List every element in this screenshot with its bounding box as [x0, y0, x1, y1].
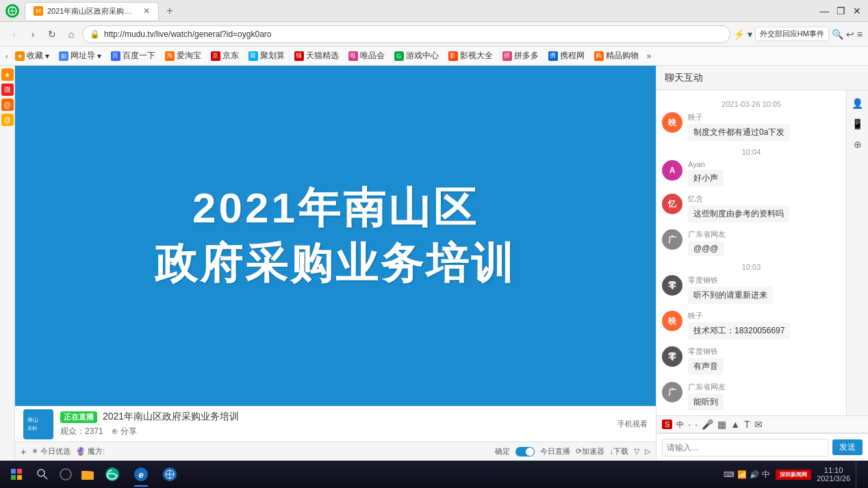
bookmarks-bar: ‹ ★ 收藏 ▾ ⊞ 网址导 ▾ 百 百度一下 淘 爱淘宝 京 京东 [0, 47, 868, 66]
bookmark-ctrip[interactable]: 携 携程网 [544, 49, 589, 63]
file-manager-button[interactable] [77, 464, 99, 485]
toolbar-text[interactable]: T [744, 419, 750, 430]
chat-send-button[interactable]: 发送 [832, 439, 863, 455]
live-today-label: 今日直播 [540, 446, 570, 457]
sidebar-mail2-icon[interactable]: @ [1, 114, 14, 126]
title-bar: M 2021年南山区政府采购业务… ✕ + — ❐ ✕ [0, 0, 868, 22]
toolbar-grid[interactable]: ▦ [717, 419, 726, 430]
bookmark-pinduoduo[interactable]: 拼 拼多多 [498, 49, 543, 63]
username-2: Ayan [688, 160, 841, 168]
tab-close-button[interactable]: ✕ [143, 6, 150, 16]
bookmark-jd[interactable]: 京 京东 [207, 49, 243, 63]
sidebar-favorites-icon[interactable]: ★ [1, 68, 14, 81]
bookmark-game-icon: G [394, 51, 404, 61]
close-button[interactable]: ✕ [852, 5, 863, 16]
today-label: ☀ 今日优选 [31, 446, 71, 457]
share-button[interactable]: ⊕ 分享 [112, 426, 137, 437]
chat-messages[interactable]: 2021-03-26 10:05 映 映子 制度文件都有通过0a下发 10:04… [656, 90, 846, 415]
new-tab-button[interactable]: + [162, 3, 178, 19]
bookmark-juhuasuan[interactable]: 聚 聚划算 [244, 49, 289, 63]
bookmark-collections[interactable]: ★ 收藏 ▾ [11, 49, 53, 63]
home-button[interactable]: ⌂ [63, 26, 79, 42]
bookmark-navguide[interactable]: ⊞ 网址导 ▾ [55, 49, 105, 63]
minimize-button[interactable]: — [819, 5, 830, 16]
bookmark-vip[interactable]: 唯 唯品会 [344, 49, 389, 63]
svg-point-4 [38, 470, 44, 476]
toolbar-mic[interactable]: 🎤 [702, 419, 713, 430]
chat-text-3: 这些制度由参考的资料吗 [688, 205, 789, 222]
menu-icon[interactable]: ≡ [857, 29, 863, 40]
active-tab[interactable]: M 2021年南山区政府采购业务… ✕ [25, 2, 159, 20]
bubble-8: 广东省网友 能听到 [688, 382, 841, 411]
chat-text-4: @@@ [688, 241, 724, 256]
event-badge[interactable]: 外交部回应HM事件 [755, 27, 829, 41]
toolbar-mail[interactable]: ✉ [754, 419, 763, 430]
bookmark-tmall[interactable]: 猫 天猫精选 [290, 49, 343, 63]
system-tray: ⌨ 📶 🔊 中 [724, 469, 770, 480]
browser-logo [5, 4, 19, 18]
play-button[interactable]: ▷ [645, 447, 650, 456]
chat-header: 聊天互动 [656, 66, 868, 90]
shenzhen-news-badge[interactable]: 深圳新闻网 [776, 470, 811, 480]
bookmark-collections-arrow: ▾ [45, 51, 49, 61]
taskbar-search-button[interactable] [30, 464, 55, 485]
more-actions[interactable]: ▽ [634, 447, 639, 456]
search-icon[interactable]: 🔍 [832, 29, 843, 40]
forward-button[interactable]: › [25, 26, 41, 42]
chat-input[interactable] [662, 439, 828, 457]
chat-user-icon[interactable]: 👤 [850, 96, 865, 111]
bookmarks-arrow[interactable]: ‹ [5, 52, 8, 60]
bookmark-taobao-label: 爱淘宝 [177, 50, 201, 62]
tab-bar: M 2021年南山区政府采购业务… ✕ + [25, 0, 819, 21]
nav-right: ⚡ ▾ 外交部回应HM事件 🔍 ↩ ≡ [733, 27, 863, 41]
bookmark-movie[interactable]: 影 影视大全 [444, 49, 497, 63]
refresh-button[interactable]: ↻ [44, 26, 60, 42]
browser-chrome: M 2021年南山区政府采购业务… ✕ + — ❐ ✕ ‹ › ↻ ⌂ 🔒 ht… [0, 0, 868, 66]
undo-icon[interactable]: ↩ [846, 29, 854, 40]
magic-label: 🔮 魔方: [76, 446, 105, 457]
confirm-toggle[interactable] [515, 447, 535, 457]
bookmark-game[interactable]: G 游戏中心 [390, 49, 443, 63]
download-button[interactable]: ↓下载 [610, 446, 629, 457]
chat-text-7: 有声音 [688, 358, 724, 375]
username-5: 零度钢铁 [688, 275, 841, 285]
window-controls: — ❐ ✕ [819, 5, 863, 16]
bookmark-vip-label: 唯品会 [360, 50, 385, 62]
address-bar[interactable]: 🔒 http://mudu.tv/live/watch/general?id=o… [82, 25, 730, 43]
bookmark-pdd-icon: 拼 [502, 51, 512, 61]
chat-phone-icon[interactable]: 📱 [850, 116, 865, 131]
nav-dropdown[interactable]: ▾ [748, 29, 752, 40]
username-3: 忆含 [688, 194, 841, 204]
taskbar-ie2-app[interactable] [156, 461, 183, 488]
video-info-bar: 南山 采购 正在直播 2021年南山区政府采购业务培训 观众：2371 ⊕ [15, 406, 656, 441]
tray-ime[interactable]: 中 [762, 469, 770, 480]
toolbar-up[interactable]: ▲ [730, 419, 740, 430]
tray-network[interactable]: 📶 [737, 470, 747, 479]
video-player[interactable]: 2021年南山区 政府采购业务培训 [15, 66, 656, 406]
bookmark-baidu[interactable]: 百 百度一下 [107, 49, 159, 63]
speed-button[interactable]: ⟳加速器 [576, 446, 604, 457]
sidebar-weibo-icon[interactable]: 微 [1, 84, 14, 96]
tray-keyboard[interactable]: ⌨ [724, 470, 735, 479]
bookmark-shop[interactable]: 购 精品购物 [590, 49, 643, 63]
taskbar-edge-app[interactable] [99, 461, 126, 488]
restore-button[interactable]: ❐ [835, 5, 846, 16]
show-desktop-button[interactable] [856, 461, 863, 488]
chat-text-6: 技术邓工：18320056697 [688, 322, 790, 339]
cortana-button[interactable] [55, 464, 77, 485]
tray-volume[interactable]: 🔊 [750, 470, 759, 479]
add-button[interactable]: + [21, 446, 26, 457]
bookmarks-more[interactable]: » [644, 50, 654, 62]
taskbar-ie-app[interactable]: e [127, 461, 155, 488]
share-icon: ⊕ [112, 426, 118, 436]
system-clock[interactable]: 11:10 2021/3/26 [814, 466, 853, 483]
tab-title: 2021年南山区政府采购业务… [47, 6, 136, 16]
sidebar-mail-icon[interactable]: @ [1, 99, 14, 111]
mobile-view-label[interactable]: 手机视看 [617, 419, 648, 429]
bookmark-taobao[interactable]: 淘 爱淘宝 [161, 49, 205, 63]
back-button[interactable]: ‹ [5, 26, 22, 42]
start-button[interactable] [3, 461, 30, 488]
chat-share-icon[interactable]: ⊕ [850, 137, 865, 152]
avatar-guangdong2: 广 [662, 382, 682, 402]
chat-message-3: 忆 忆含 这些制度由参考的资料吗 [662, 194, 841, 222]
